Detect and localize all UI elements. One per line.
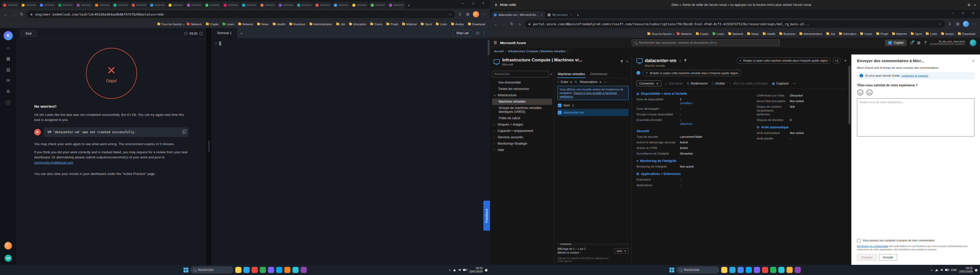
tray-chevron-icon[interactable]: ∧ (449, 269, 451, 272)
more-commands-icon[interactable]: ⋯ (793, 82, 796, 85)
browser-tab[interactable] (204, 2, 221, 9)
browser-tab[interactable] (222, 2, 240, 9)
downloads-icon[interactable]: ⇩ (457, 12, 463, 17)
taskbar-app-icon[interactable] (795, 267, 801, 273)
azure-brand[interactable]: Microsoft Azure (500, 41, 526, 45)
browser-tab[interactable] (167, 2, 185, 9)
sort-icon[interactable]: ⇅ (572, 104, 574, 107)
azure-search-box[interactable]: Rechercher des ressources, services et d… (632, 40, 780, 46)
scroll-right-icon[interactable]: › (628, 243, 628, 245)
taskbar-app-icon[interactable] (243, 267, 250, 273)
minimize-icon[interactable]: – (948, 9, 958, 16)
browser-tab[interactable] (296, 2, 313, 9)
close-icon[interactable]: × (626, 60, 628, 63)
browser-tab[interactable]: My Account × (546, 11, 574, 18)
end-button[interactable]: End (21, 30, 37, 37)
sidebar-icon[interactable]: ▤ (6, 67, 10, 72)
more-commands-icon[interactable]: ⋯ (604, 80, 607, 84)
hibernate-button[interactable]: ☾Mise en veille prolongée (729, 82, 768, 85)
taskbar-app-icon[interactable] (235, 267, 242, 273)
bookmark-item[interactable]: Job (334, 22, 347, 27)
refresh-icon[interactable]: ↻ (19, 12, 24, 17)
taskbar-app-icon[interactable] (778, 267, 784, 273)
taskbar-search[interactable]: Rechercher (190, 266, 233, 273)
bookmark-item[interactable]: Administration (798, 32, 824, 36)
bookmark-item[interactable]: Cours (859, 32, 874, 36)
taskbar-app-icon[interactable] (251, 267, 258, 273)
bookmark-item[interactable]: Administration (308, 22, 334, 27)
nav-item-virtual-machines[interactable]: Machines virtuelles (492, 98, 552, 105)
page-size-select[interactable]: auto ∨ (614, 248, 628, 254)
kodekloud-logo[interactable]: K (3, 31, 13, 40)
bookmark-item[interactable]: Projet (385, 22, 400, 27)
browser-tab[interactable] (185, 2, 203, 9)
all-favorites-button[interactable]: Tous les favoris » (158, 23, 185, 26)
notifications-bell-icon[interactable] (910, 41, 913, 45)
start-button[interactable]: ▷Démarrer (665, 82, 682, 85)
battery-icon[interactable] (463, 269, 467, 271)
bookmark-item[interactable]: Crypto (694, 32, 711, 36)
browser-tab[interactable] (75, 2, 93, 9)
taskbar-app-icon[interactable] (754, 267, 760, 273)
volume-icon[interactable] (940, 269, 943, 271)
nav-group-disks-images[interactable]: ›Disques + images (492, 122, 552, 128)
bookmark-item[interactable]: Network (185, 22, 204, 27)
taskbar-app-icon[interactable] (284, 267, 290, 273)
nav-group-related-services[interactable]: ›Services associés (492, 134, 552, 141)
expand-icon[interactable] (200, 32, 202, 35)
browser-tab[interactable] (148, 2, 166, 9)
minimize-icon[interactable]: – (458, 0, 468, 6)
browser-tab[interactable] (259, 2, 277, 9)
horizontal-scrollbar[interactable]: › › (557, 243, 628, 245)
browser-tab[interactable] (351, 2, 369, 9)
contact-checkbox-row[interactable]: Vous pouvez me contacter à propos de mon… (857, 239, 974, 242)
bookmark-item[interactable]: News (256, 22, 270, 27)
sidebar-icon[interactable]: ▦ (6, 56, 10, 62)
reservations-button[interactable]: Réservations∨ (580, 80, 601, 84)
bookmark-item[interactable]: Learn (711, 32, 726, 36)
favorite-star-icon[interactable]: ☆ (679, 59, 682, 63)
browser-tab-active[interactable]: datacenter-vm - Microsoft Az... × (492, 11, 545, 18)
taskbar-app-icon[interactable] (293, 267, 299, 273)
extensions-icon[interactable]: ⊞ (465, 12, 471, 17)
bookmark-item[interactable]: Health (761, 32, 777, 36)
close-icon[interactable]: × (974, 3, 976, 7)
bookmark-item[interactable]: Network (727, 32, 745, 36)
browser-tab[interactable] (369, 2, 387, 9)
create-button[interactable]: +Créer∨ (557, 80, 572, 84)
language-indicator[interactable]: ENG (951, 269, 957, 272)
sidebar-icon[interactable]: ⚙ (6, 89, 10, 94)
taskbar-clock[interactable]: 09:25 23/01/2026 (959, 267, 973, 273)
sidebar-icon[interactable]: ✉ (6, 78, 10, 83)
taskbar-search[interactable]: Rechercher (676, 266, 719, 273)
bookmark-item[interactable]: Download (956, 32, 977, 36)
voice-mode[interactable]: Mode veille (494, 3, 516, 7)
home-icon[interactable]: ⌂ (517, 22, 522, 26)
nav-search-input[interactable] (492, 71, 549, 77)
favorite-star-icon[interactable]: ☆ (939, 22, 942, 26)
volume-icon[interactable] (458, 269, 461, 271)
table-row[interactable]: ✓ datacenter-vm (557, 109, 628, 116)
favorite-star-icon[interactable]: ☆ (449, 13, 452, 16)
browser-menu-icon[interactable]: ⋯ (481, 12, 487, 17)
attach-link[interactable]: (attacher) (680, 122, 692, 125)
privacy-link[interactable]: Déclaration de confidentialité (857, 245, 888, 248)
browser-tab[interactable] (94, 2, 111, 9)
sad-face-button[interactable] (866, 89, 873, 96)
taskbar-app-icon[interactable] (762, 267, 768, 273)
bookmark-item[interactable]: Loisir (924, 32, 939, 36)
taskbar-app-icon[interactable] (738, 267, 744, 273)
bookmark-item[interactable]: Sport (419, 22, 434, 27)
scrollbar-thumb[interactable] (560, 243, 571, 245)
account-avatar[interactable] (970, 40, 977, 46)
battery-icon[interactable] (945, 269, 949, 271)
bookmark-item[interactable]: Acelys (939, 32, 956, 36)
stop-button[interactable]: □Arrêter (712, 82, 725, 85)
help-icon[interactable]: ? (924, 41, 926, 45)
browser-menu-icon[interactable]: ⋯ (971, 22, 977, 26)
taskbar-app-icon[interactable] (268, 267, 274, 273)
nav-item-overview[interactable]: Vue d'ensemble (492, 79, 552, 86)
refresh-icon[interactable]: ↻ (509, 22, 514, 26)
restart-button[interactable]: ↻Redémarrer (687, 82, 708, 85)
all-favorites-button[interactable]: Tous les favoris » (648, 32, 675, 35)
